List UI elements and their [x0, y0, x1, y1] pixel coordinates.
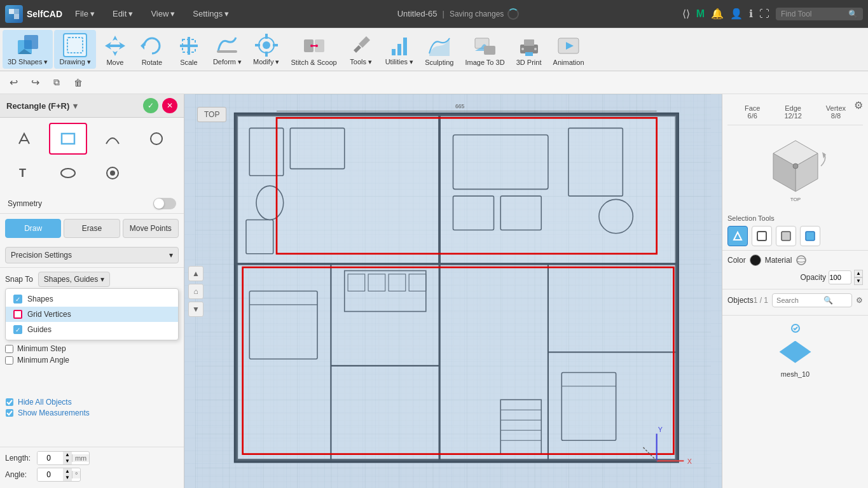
nav-up-button[interactable]: ▲ — [188, 266, 203, 281]
left-panel: Rectangle (F+R) ▾ ✓ ✕ — [0, 94, 184, 488]
tool-scale[interactable]: Scale — [171, 31, 207, 69]
material-button[interactable] — [796, 254, 807, 266]
svg-rect-43 — [6, 398, 13, 406]
close-button[interactable]: ✕ — [162, 98, 177, 113]
length-up-button[interactable]: ▲ — [63, 452, 72, 458]
pen-tool[interactable] — [5, 123, 43, 155]
tool-3dshapes[interactable]: 3D Shapes ▾ — [3, 30, 53, 69]
grid-vertices-checkbox[interactable] — [13, 310, 22, 319]
angle-input[interactable] — [38, 468, 63, 481]
rotate-label: Rotate — [142, 59, 162, 66]
nav-center-home[interactable]: ⌂ — [188, 284, 203, 299]
move-points-button[interactable]: Move Points — [123, 219, 179, 238]
redo-button[interactable]: ↪ — [27, 74, 43, 91]
tool-utilities[interactable]: Utilities ▾ — [380, 30, 419, 69]
guides-checkbox[interactable]: ✓ — [13, 325, 22, 334]
undo-button[interactable]: ↩ — [5, 74, 22, 91]
draw-button[interactable]: Draw — [5, 219, 61, 238]
object-name: mesh_10 — [781, 370, 809, 378]
opacity-input[interactable] — [829, 270, 851, 284]
svg-point-33 — [534, 48, 537, 50]
curve-tool[interactable] — [93, 123, 132, 155]
tool-deform[interactable]: Deform ▾ — [208, 30, 247, 69]
angle-stepper: ▲ ▼ — [63, 468, 72, 481]
length-down-button[interactable]: ▼ — [63, 458, 72, 464]
fullscreen-icon[interactable]: ⛶ — [759, 8, 769, 20]
tool-modify[interactable]: Modify ▾ — [248, 30, 284, 69]
svg-rect-97 — [782, 232, 790, 241]
find-tool-input[interactable] — [781, 10, 844, 18]
tool-drawing[interactable]: Drawing ▾ — [54, 30, 95, 69]
hide-all-objects-link[interactable]: Hide All Objects — [5, 398, 179, 407]
dropdown-arrow-icon[interactable]: ▾ — [73, 101, 78, 111]
snap-item-guides[interactable]: ✓ Guides — [6, 322, 178, 337]
select-face-icon[interactable] — [776, 226, 796, 246]
select-edge-icon[interactable] — [752, 226, 772, 246]
tool-move[interactable]: Move — [97, 31, 133, 69]
view-label[interactable]: TOP — [197, 107, 226, 122]
tool-animation[interactable]: Animation — [548, 31, 589, 69]
spinner-icon — [507, 8, 519, 20]
precision-dropdown[interactable]: Precision Settings ▾ — [5, 247, 179, 263]
erase-button[interactable]: Erase — [64, 219, 120, 238]
select-vertex-icon[interactable] — [727, 226, 748, 246]
shapes-checkbox[interactable]: ✓ — [13, 295, 22, 303]
rectangle-tool[interactable] — [49, 123, 87, 155]
menu-view[interactable]: View ▾ — [146, 6, 180, 21]
show-measurements-link[interactable]: Show Measurements — [5, 408, 179, 417]
select-object-icon[interactable] — [800, 226, 820, 246]
drawing-icon — [62, 32, 88, 58]
search-input[interactable] — [776, 296, 821, 304]
opacity-down-button[interactable]: ▼ — [854, 277, 863, 285]
object-item-mesh10[interactable]: mesh_10 — [727, 316, 863, 383]
ellipse-tool[interactable] — [49, 157, 87, 189]
angle-up-button[interactable]: ▲ — [63, 468, 72, 475]
bell-icon[interactable]: 🔔 — [711, 8, 724, 20]
menu-file[interactable]: File ▾ — [70, 6, 100, 21]
settings-gear-icon[interactable]: ⚙ — [854, 99, 863, 111]
objects-settings-icon[interactable]: ⚙ — [856, 296, 863, 305]
tool-3dprint[interactable]: 3D Print — [511, 31, 547, 69]
text-tool[interactable]: T — [5, 157, 43, 189]
tool-sculpting[interactable]: Sculpting — [420, 31, 458, 69]
svg-rect-13 — [217, 50, 237, 53]
tool-image3d[interactable]: Image To 3D — [460, 31, 509, 69]
info-icon[interactable]: ℹ — [749, 8, 753, 20]
length-input[interactable] — [38, 452, 63, 464]
selection-tools-panel: Selection Tools — [722, 211, 868, 251]
opacity-up-button[interactable]: ▲ — [854, 270, 863, 277]
color-swatch[interactable] — [750, 254, 761, 266]
objects-label: Objects — [727, 296, 754, 305]
snap-item-shapes[interactable]: ✓ Shapes — [6, 291, 178, 307]
tool-tools[interactable]: Tools ▾ — [343, 30, 379, 69]
canvas-area[interactable]: TOP ▲ ⌂ ▼ — [184, 94, 722, 488]
symmetry-toggle[interactable] — [153, 198, 176, 209]
drawing-label: Drawing ▾ — [59, 58, 90, 66]
delete-button[interactable]: 🗑 — [70, 74, 86, 91]
tool-rotate[interactable]: Rotate — [134, 31, 170, 69]
menu-settings[interactable]: Settings ▾ — [188, 6, 234, 21]
angle-down-button[interactable]: ▼ — [63, 475, 72, 481]
tool-stitch[interactable]: Stitch & Scoop — [286, 31, 341, 69]
svg-point-42 — [110, 171, 115, 176]
find-tool-box[interactable]: 🔍 — [776, 8, 863, 20]
sculpting-icon — [427, 33, 452, 59]
circle-tool[interactable] — [137, 123, 176, 155]
share-icon[interactable]: ⟨⟩ — [682, 8, 690, 20]
search-icon: 🔍 — [848, 10, 858, 18]
medium-icon[interactable]: M — [696, 8, 705, 20]
menu-edit[interactable]: Edit ▾ — [107, 6, 138, 21]
snap-select-button[interactable]: Shapes, Guides ▾ — [38, 272, 110, 287]
radio-tool[interactable] — [93, 157, 132, 189]
draw-tools: T — [0, 118, 184, 194]
confirm-button[interactable]: ✓ — [143, 98, 158, 113]
nav-down-button[interactable]: ▼ — [188, 302, 203, 317]
minimum-angle-checkbox[interactable] — [5, 356, 13, 365]
saving-indicator: Saving changes — [450, 8, 519, 20]
copy-button[interactable]: ⧉ — [48, 74, 65, 91]
minimum-step-checkbox[interactable] — [5, 345, 13, 353]
svg-text:665: 665 — [455, 103, 464, 109]
svg-point-38 — [151, 133, 162, 144]
snap-item-grid-vertices[interactable]: Grid Vertices — [6, 307, 178, 322]
user-icon[interactable]: 👤 — [730, 8, 743, 20]
